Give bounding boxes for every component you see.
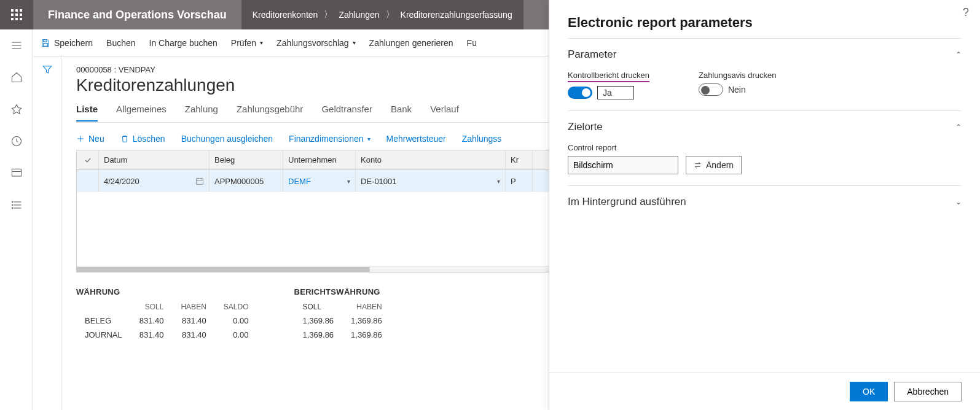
tab-fee[interactable]: Zahlungsgebühr: [237, 104, 303, 121]
panel-title: Electronic report parameters: [549, 0, 980, 38]
chevron-down-icon: ⌄: [955, 198, 962, 206]
breadcrumb-item[interactable]: Kreditorenkonten: [253, 10, 318, 20]
change-destination-button[interactable]: Ändern: [686, 156, 742, 174]
home-icon: [10, 71, 23, 83]
totals-row: BELEG 831.40 831.40 0.00: [76, 314, 257, 328]
chevron-up-icon: ⌃: [955, 50, 962, 59]
waffle-icon: [11, 9, 22, 20]
payment-proposal-button[interactable]: Zahlungsvorschlag▾: [276, 38, 356, 48]
col-voucher[interactable]: Beleg: [210, 150, 283, 169]
currency-title: WÄHRUNG: [76, 287, 257, 296]
reporting-currency-title: BERICHTSWÄHRUNG: [294, 287, 407, 296]
tab-list[interactable]: Liste: [76, 104, 98, 122]
advice-print-toggle[interactable]: [699, 83, 723, 96]
control-report-dest-input[interactable]: [568, 156, 678, 174]
chevron-right-icon: 〉: [324, 9, 332, 20]
svg-point-20: [12, 207, 13, 209]
chevron-down-icon: ▾: [347, 178, 350, 185]
svg-rect-13: [12, 169, 21, 176]
nav-menu-button[interactable]: [4, 33, 29, 58]
breadcrumb: Kreditorenkonten 〉 Zahlungen 〉 Kreditore…: [241, 0, 523, 29]
section-parameter: Parameter ⌃ Kontrollbericht drucken Ja Z…: [568, 38, 962, 110]
save-icon: [41, 38, 50, 48]
save-button[interactable]: Speichern: [41, 38, 93, 48]
advice-print-value: Nein: [728, 85, 746, 95]
chevron-right-icon: 〉: [386, 9, 394, 20]
tab-general[interactable]: Allgemeines: [116, 104, 167, 121]
totals-row: 1,369.86 1,369.86: [294, 328, 407, 342]
settle-button[interactable]: Buchungen ausgleichen: [181, 134, 273, 144]
svg-rect-5: [20, 14, 22, 16]
cell-voucher[interactable]: APPM000005: [210, 170, 283, 192]
cancel-button[interactable]: Abbrechen: [894, 382, 962, 401]
cell-date[interactable]: 4/24/2020: [99, 170, 210, 192]
payment-status-button[interactable]: Zahlungss: [462, 134, 502, 144]
select-all-checkbox[interactable]: [77, 150, 99, 169]
recent-button[interactable]: [4, 129, 29, 153]
cell-rest[interactable]: P: [506, 170, 533, 192]
modules-button[interactable]: [4, 193, 29, 217]
svg-rect-3: [11, 14, 14, 16]
post-button[interactable]: Buchen: [106, 38, 135, 48]
new-button[interactable]: Neu: [76, 134, 104, 144]
control-report-print-toggle[interactable]: [568, 87, 592, 99]
cell-account[interactable]: DE-01001 ▾: [356, 170, 506, 192]
svg-rect-2: [20, 9, 22, 12]
tab-payment[interactable]: Zahlung: [185, 104, 218, 121]
section-destinations-header[interactable]: Zielorte ⌃: [568, 111, 962, 143]
tab-transfer[interactable]: Geldtransfer: [321, 104, 372, 121]
help-icon: ?: [963, 6, 969, 18]
section-parameter-header[interactable]: Parameter ⌃: [568, 39, 962, 71]
advice-print-label: Zahlungsavis drucken: [699, 71, 776, 80]
help-button[interactable]: ?: [963, 6, 969, 19]
chevron-down-icon: ▾: [353, 39, 356, 46]
col-credit: HABEN: [172, 300, 214, 314]
cell-company[interactable]: DEMF ▾: [283, 170, 356, 192]
col-rest[interactable]: Kr: [506, 150, 533, 169]
breadcrumb-item[interactable]: Kreditorenzahlungserfassung: [401, 10, 512, 20]
control-report-dest-label: Control report: [568, 143, 742, 152]
row-checkbox[interactable]: [77, 170, 99, 192]
generate-payments-button[interactable]: Zahlungen generieren: [369, 38, 453, 48]
col-date[interactable]: Datum: [99, 150, 210, 169]
side-rail: [0, 29, 33, 410]
app-title: Finance and Operations Vorschau: [33, 0, 241, 29]
section-background-header[interactable]: Im Hintergrund ausführen ⌄: [568, 186, 962, 218]
check-icon: [84, 156, 92, 164]
col-balance: SALDO: [215, 300, 257, 314]
section-background: Im Hintergrund ausführen ⌄: [568, 185, 962, 218]
scrollbar-thumb[interactable]: [77, 267, 370, 272]
breadcrumb-item[interactable]: Zahlungen: [339, 10, 379, 20]
filter-column: [33, 56, 61, 410]
more-button[interactable]: Fu: [467, 38, 477, 48]
calendar-icon: [195, 177, 204, 185]
trash-icon: [120, 134, 129, 143]
col-debit: SOLL: [294, 300, 342, 314]
svg-rect-25: [197, 179, 203, 184]
favorites-button[interactable]: [4, 97, 29, 122]
section-destinations: Zielorte ⌃ Control report Ändern: [568, 110, 962, 185]
col-company[interactable]: Unternehmen: [283, 150, 356, 169]
svg-rect-21: [44, 39, 47, 41]
financial-dimensions-button[interactable]: Finanzdimensionen▾: [289, 134, 370, 144]
svg-rect-4: [15, 14, 18, 16]
post-in-charge-button[interactable]: In Charge buchen: [149, 38, 218, 48]
svg-rect-6: [11, 18, 14, 20]
validate-button[interactable]: Prüfen▾: [231, 38, 263, 48]
tab-bank[interactable]: Bank: [391, 104, 412, 121]
chevron-up-icon: ⌃: [955, 123, 962, 131]
chevron-down-icon: ▾: [260, 39, 263, 46]
plus-icon: [76, 134, 85, 143]
control-report-print-value: Ja: [597, 86, 634, 99]
filter-button[interactable]: [42, 64, 53, 410]
control-report-print-label: Kontrollbericht drucken: [568, 71, 649, 82]
tab-history[interactable]: Verlauf: [430, 104, 459, 121]
vat-button[interactable]: Mehrwertsteuer: [386, 134, 446, 144]
app-launcher-button[interactable]: [0, 0, 33, 29]
workspaces-button[interactable]: [4, 161, 29, 185]
col-account[interactable]: Konto: [356, 150, 506, 169]
svg-rect-7: [15, 18, 18, 20]
delete-button[interactable]: Löschen: [120, 134, 165, 144]
home-button[interactable]: [4, 65, 29, 90]
ok-button[interactable]: OK: [850, 382, 888, 401]
